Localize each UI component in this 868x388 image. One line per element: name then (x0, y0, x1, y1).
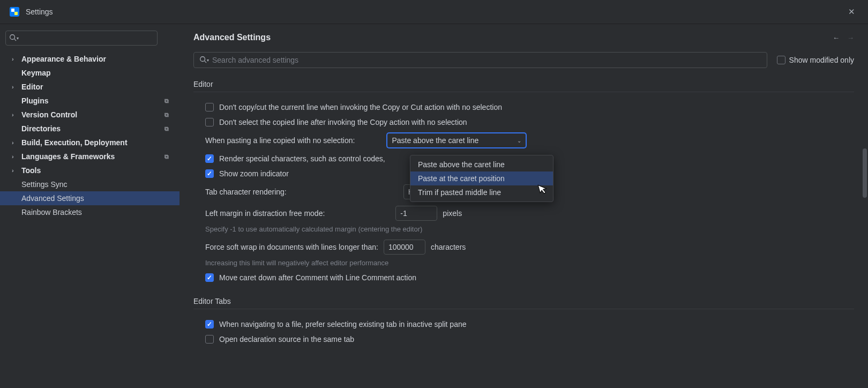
soft-wrap-label: Force soft wrap in documents with lines … (205, 243, 378, 251)
project-marker-icon: ⧉ (164, 111, 173, 118)
open-decl-label: Open declaration source in the same tab (219, 335, 354, 344)
move-caret-checkbox[interactable] (205, 273, 214, 282)
window-title: Settings (26, 8, 53, 16)
show-modified-label: Show modified only (789, 56, 854, 64)
project-marker-icon: ⧉ (164, 125, 173, 132)
paste-option-caret[interactable]: Paste at the caret position (410, 171, 553, 185)
sidebar-item-settings-sync[interactable]: ›Settings Sync (0, 177, 179, 191)
left-margin-hint: Specify -1 to use automatically calculat… (193, 224, 854, 236)
nav-prefer-label: When navigating to a file, prefer select… (219, 320, 467, 329)
svg-line-4 (14, 39, 17, 41)
back-arrow-icon[interactable]: ← (833, 34, 840, 42)
open-decl-checkbox[interactable] (205, 335, 214, 344)
forward-arrow-icon: → (847, 34, 854, 42)
sidebar-item-tools[interactable]: ›Tools (0, 163, 179, 177)
section-editor-heading: Editor (193, 80, 854, 92)
scrollbar-thumb[interactable] (863, 148, 867, 198)
show-zoom-label: Show zoom indicator (219, 169, 289, 178)
page-title: Advanced Settings (193, 33, 271, 42)
svg-rect-1 (11, 9, 14, 12)
chevron-right-icon: › (12, 84, 19, 90)
sidebar-item-editor[interactable]: ›Editor (0, 80, 179, 94)
search-icon (9, 34, 17, 43)
move-caret-label: Move caret down after Comment with Line … (219, 273, 416, 282)
content-pane: Advanced Settings ← → ▾ Show modified on… (179, 24, 868, 388)
paste-dropdown-value: Paste above the caret line (392, 136, 478, 145)
project-marker-icon: ⧉ (164, 98, 173, 105)
section-editor-tabs-heading: Editor Tabs (193, 297, 854, 309)
chevron-down-icon: ▾ (17, 36, 19, 41)
title-bar: Settings ✕ (0, 0, 868, 24)
left-margin-unit: pixels (443, 209, 462, 218)
dont-select-checkbox[interactable] (205, 118, 214, 126)
paste-dropdown[interactable]: Paste above the caret line ⌄ (387, 133, 526, 148)
sidebar-item-plugins[interactable]: ›Plugins⧉ (0, 94, 179, 108)
chevron-down-icon: ▾ (207, 58, 209, 63)
sidebar-item-languages[interactable]: ›Languages & Frameworks⧉ (0, 150, 179, 163)
chevron-right-icon: › (12, 139, 19, 146)
render-special-checkbox[interactable] (205, 154, 214, 163)
chevron-right-icon: › (12, 153, 19, 160)
sidebar-item-advanced-settings[interactable]: ›Advanced Settings (0, 191, 179, 205)
svg-point-5 (200, 56, 205, 61)
sidebar-item-directories[interactable]: ›Directories⧉ (0, 122, 179, 136)
chevron-right-icon: › (12, 56, 19, 62)
dont-copy-cut-checkbox[interactable] (205, 103, 214, 111)
chevron-right-icon: › (12, 111, 19, 118)
sidebar-search[interactable]: ▾ (5, 31, 158, 46)
sidebar-item-version-control[interactable]: ›Version Control⧉ (0, 108, 179, 122)
advanced-search-input[interactable]: ▾ (193, 52, 767, 68)
tab-char-label: Tab character rendering: (205, 188, 287, 196)
paste-option-above[interactable]: Paste above the caret line (410, 158, 553, 171)
checkbox-unchecked[interactable] (777, 56, 785, 64)
show-zoom-checkbox[interactable] (205, 169, 214, 178)
chevron-down-icon: ⌄ (517, 138, 521, 144)
chevron-right-icon: › (12, 167, 19, 174)
paste-label: When pasting a line copied with no selec… (205, 136, 355, 145)
paste-option-trim[interactable]: Trim if pasted middle line (410, 185, 553, 199)
sidebar-item-rainbow-brackets[interactable]: ›Rainbow Brackets (0, 205, 179, 219)
dont-copy-cut-label: Don't copy/cut the current line when inv… (219, 103, 502, 111)
nav-prefer-checkbox[interactable] (205, 320, 214, 329)
svg-line-6 (205, 61, 207, 63)
close-icon[interactable]: ✕ (845, 5, 858, 19)
svg-rect-2 (14, 12, 18, 15)
search-icon (199, 56, 207, 65)
sidebar: ▾ ›Appearance & Behavior ›Keymap ›Editor… (0, 24, 179, 388)
soft-wrap-unit: characters (431, 243, 466, 251)
dont-select-label: Don't select the copied line after invok… (219, 118, 467, 126)
sidebar-tree: ›Appearance & Behavior ›Keymap ›Editor ›… (0, 52, 179, 219)
sidebar-item-build[interactable]: ›Build, Execution, Deployment (0, 136, 179, 150)
paste-dropdown-popup: Paste above the caret line Paste at the … (410, 155, 553, 202)
render-special-label: Render special characters, such as contr… (219, 154, 385, 163)
sidebar-item-keymap[interactable]: ›Keymap (0, 66, 179, 80)
advanced-search-field[interactable] (212, 56, 761, 64)
svg-point-3 (10, 34, 15, 39)
soft-wrap-hint: Increasing this limit will negatively af… (193, 258, 854, 270)
left-margin-input[interactable] (395, 206, 437, 221)
soft-wrap-input[interactable] (384, 240, 425, 255)
sidebar-item-appearance[interactable]: ›Appearance & Behavior (0, 52, 179, 66)
project-marker-icon: ⧉ (164, 153, 173, 160)
app-icon (10, 7, 19, 17)
left-margin-label: Left margin in distraction free mode: (205, 209, 325, 218)
show-modified-checkbox[interactable]: Show modified only (777, 56, 854, 64)
